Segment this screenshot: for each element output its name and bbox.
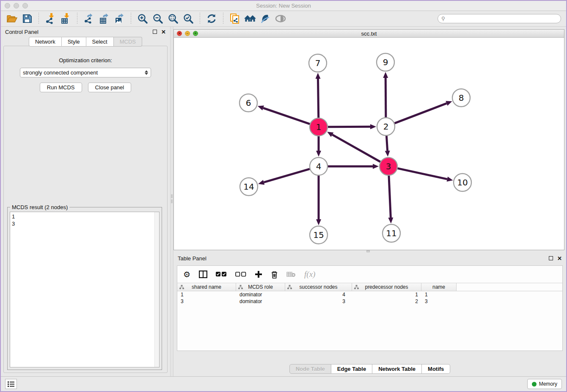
cell-successor-nodes[interactable]: 3 xyxy=(285,298,352,305)
tab-network[interactable]: Network xyxy=(29,37,62,47)
zoom-fit-icon[interactable] xyxy=(165,12,181,25)
gear-icon[interactable]: ⚙ xyxy=(183,270,190,279)
graph-node-label-9: 9 xyxy=(383,57,388,67)
visual-style-icon[interactable] xyxy=(258,12,273,25)
graph-node-label-2: 2 xyxy=(383,121,389,132)
graph-edge-1-7[interactable] xyxy=(318,79,318,118)
mcds-result-groupbox: MCDS result (2 nodes) 1 3 xyxy=(7,207,162,370)
duplicate-network-icon[interactable] xyxy=(227,12,242,25)
select-all-icon[interactable] xyxy=(216,272,227,277)
graph-edge-2-8[interactable] xyxy=(395,103,447,123)
zoom-in-icon[interactable] xyxy=(135,12,150,25)
table-row[interactable]: 3 dominator 3 2 3 xyxy=(177,298,562,305)
network-window-titlebar[interactable]: ✕ − + scc.txt xyxy=(174,30,564,38)
cell-mcds-role[interactable]: dominator xyxy=(236,291,285,298)
column-header-name[interactable]: name xyxy=(421,283,457,291)
save-session-icon[interactable] xyxy=(19,12,35,25)
table-panel: Table Panel ✕ ⚙ f(x) xyxy=(173,254,566,377)
mcds-result-text[interactable]: 1 3 xyxy=(10,212,160,367)
attribute-icon xyxy=(238,285,243,290)
main-toolbar: ⚲ xyxy=(1,11,566,27)
network-window: ✕ − + scc.txt 7968124314101511 xyxy=(173,29,564,250)
network-window-title: scc.txt xyxy=(174,30,564,37)
split-view-icon[interactable] xyxy=(199,271,207,278)
graph-edge-3-1[interactable] xyxy=(332,135,380,162)
close-table-panel-icon[interactable]: ✕ xyxy=(557,255,562,262)
result-scrollbar[interactable] xyxy=(154,212,159,367)
delete-column-icon[interactable] xyxy=(271,271,278,279)
column-header-predecessor-nodes[interactable]: predecessor nodes xyxy=(352,283,421,291)
float-panel-icon[interactable] xyxy=(153,30,157,34)
splitter-grip xyxy=(171,194,173,198)
panel-splitter[interactable] xyxy=(170,27,173,376)
run-mcds-button[interactable]: Run MCDS xyxy=(40,83,82,92)
refresh-icon[interactable] xyxy=(204,12,219,25)
column-header-successor-nodes[interactable]: successor nodes xyxy=(285,283,352,291)
table-toolbar: ⚙ f(x) xyxy=(177,266,562,283)
toolbar-separator xyxy=(77,13,77,25)
cell-shared-name[interactable]: 3 xyxy=(177,298,236,305)
zoom-selected-icon[interactable] xyxy=(181,12,196,25)
eye-icon[interactable] xyxy=(273,12,288,25)
maximize-window-button[interactable] xyxy=(22,3,28,8)
network-canvas[interactable]: 7968124314101511 xyxy=(174,38,564,250)
graph-node-label-7: 7 xyxy=(315,58,321,68)
tab-mcds[interactable]: MCDS xyxy=(114,37,142,47)
tab-edge-table[interactable]: Edge Table xyxy=(331,364,372,374)
export-image-icon[interactable] xyxy=(112,12,127,25)
homes-icon[interactable] xyxy=(242,12,258,25)
close-window-button[interactable] xyxy=(5,3,10,8)
import-table-icon[interactable] xyxy=(58,12,73,25)
mcds-result-title: MCDS result (2 nodes) xyxy=(10,204,69,210)
tab-select[interactable]: Select xyxy=(86,37,114,47)
graph-edge-1-6[interactable] xyxy=(263,108,310,124)
graph-edge-3-10[interactable] xyxy=(397,168,447,179)
graph-edge-2-3[interactable] xyxy=(386,136,387,151)
app-title: Session: New Session xyxy=(1,3,566,9)
tab-motifs[interactable]: Motifs xyxy=(422,364,450,374)
cell-successor-nodes[interactable]: 4 xyxy=(285,291,352,298)
minimize-window-button[interactable] xyxy=(14,3,19,8)
memory-button[interactable]: Memory xyxy=(527,379,562,389)
list-icon xyxy=(8,381,14,387)
zoom-out-icon[interactable] xyxy=(150,12,165,25)
add-column-icon[interactable] xyxy=(255,271,262,278)
export-table-icon[interactable] xyxy=(96,12,112,25)
deselect-all-icon[interactable] xyxy=(235,272,246,277)
table-row[interactable]: 1 dominator 4 1 1 xyxy=(177,291,562,298)
cell-name[interactable]: 3 xyxy=(421,298,457,305)
attribute-icon xyxy=(287,285,292,290)
float-table-panel-icon[interactable] xyxy=(549,256,553,260)
graph-edge-4-14[interactable] xyxy=(264,169,310,182)
graph-edge-3-11[interactable] xyxy=(389,176,391,218)
tab-node-table[interactable]: Node Table xyxy=(289,364,331,374)
import-network-icon[interactable] xyxy=(43,12,58,25)
column-header-shared-name[interactable]: shared name xyxy=(177,283,236,291)
tab-network-table[interactable]: Network Table xyxy=(372,364,422,374)
splitter-grip xyxy=(171,199,173,203)
cell-predecessor-nodes[interactable]: 1 xyxy=(352,291,421,298)
graph-edge-2-9[interactable] xyxy=(385,78,386,117)
cell-shared-name[interactable]: 1 xyxy=(177,291,236,298)
attribute-icon xyxy=(179,285,184,290)
graph-edge-1-2[interactable] xyxy=(328,127,370,127)
mcds-panel: Optimization criterion: strongly connect… xyxy=(3,46,168,373)
cell-name[interactable]: 1 xyxy=(421,291,457,298)
cell-mcds-role[interactable]: dominator xyxy=(236,298,285,305)
optimization-criterion-select[interactable]: strongly connected component xyxy=(20,68,151,77)
column-header-mcds-role[interactable]: MCDS role xyxy=(236,283,285,291)
close-panel-button[interactable]: Close panel xyxy=(88,83,132,92)
search-input[interactable] xyxy=(447,16,557,22)
close-panel-icon[interactable]: ✕ xyxy=(161,29,166,35)
export-network-icon[interactable] xyxy=(81,12,96,25)
open-session-icon[interactable] xyxy=(4,12,19,25)
task-history-button[interactable] xyxy=(5,379,17,389)
toolbar-separator xyxy=(39,13,39,25)
tab-style[interactable]: Style xyxy=(62,37,86,47)
horizontal-splitter-grip[interactable] xyxy=(366,250,370,252)
cell-predecessor-nodes[interactable]: 2 xyxy=(352,298,421,305)
search-field[interactable]: ⚲ xyxy=(438,14,561,23)
memory-status-icon xyxy=(532,382,537,386)
table-header-row: shared name MCDS role successor nodes xyxy=(177,283,562,291)
control-panel: Control Panel ✕ Network Style Select MCD… xyxy=(1,27,170,376)
